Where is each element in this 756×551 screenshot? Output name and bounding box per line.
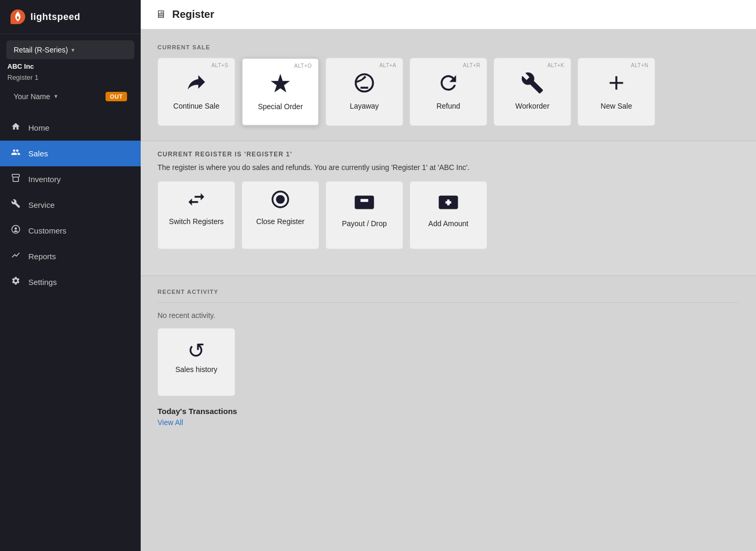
main-area: 🖥 Register CURRENT SALE ALT+S Continue S… [141,0,756,551]
user-chevron: ▼ [54,93,59,99]
reports-icon [10,250,21,262]
sidebar-item-customers[interactable]: Customers [0,218,141,243]
card-label-layaway: Layaway [350,102,379,110]
content-area: CURRENT SALE ALT+S Continue Sale ALT+O S… [141,29,756,551]
topbar: 🖥 Register [141,0,756,29]
reg-card-label-add-amount: Add Amount [428,219,468,228]
card-shortcut-special-order: ALT+O [294,63,312,69]
sidebar-item-label-reports: Reports [28,252,56,261]
recent-activity-divider [158,302,739,303]
sidebar-item-inventory[interactable]: Inventory [0,166,141,192]
user-name-text: Your Name [14,92,50,101]
register-card-payout-drop[interactable]: Payout / Drop [326,181,403,249]
card-label-continue-sale: Continue Sale [173,102,219,110]
reg-card-icon-add-amount [437,189,460,215]
store-name: ABC Inc [7,61,133,72]
card-workorder[interactable]: ALT+K Workorder [494,58,571,126]
register-name: Register 1 [7,72,133,83]
card-continue-sale[interactable]: ALT+S Continue Sale [158,58,235,126]
svg-rect-3 [355,196,374,209]
reg-card-icon-close-register [269,189,292,213]
sidebar-logo: lightspeed [0,0,141,34]
card-icon-layaway [353,71,376,98]
user-name-button[interactable]: Your Name ▼ [14,92,58,101]
svg-point-2 [276,195,285,204]
sidebar-item-label-service: Service [28,200,55,209]
sidebar: lightspeed Retail (R-Series) ▼ ABC Inc R… [0,0,141,551]
card-shortcut-workorder: ALT+K [547,62,564,68]
card-shortcut-continue-sale: ALT+S [211,62,228,68]
sidebar-nav: Home Sales Inventory Service Customers R… [0,115,141,551]
customers-icon [10,225,21,237]
card-special-order[interactable]: ALT+O Special Order [242,58,319,126]
card-icon-refund [437,71,460,98]
card-icon-special-order [269,72,292,98]
card-label-refund: Refund [436,102,460,110]
inventory-icon [10,173,21,185]
sales-history-card[interactable]: ↺ Sales history [158,328,235,396]
sidebar-item-label-home: Home [28,123,49,132]
user-row: Your Name ▼ OUT [6,88,134,105]
card-layaway[interactable]: ALT+A Layaway [326,58,403,126]
card-shortcut-layaway: ALT+A [379,62,396,68]
home-icon [10,122,21,134]
sidebar-item-settings[interactable]: Settings [0,269,141,295]
register-description: The register is where you do sales and r… [158,163,739,172]
register-card-switch-registers[interactable]: Switch Registers [158,181,235,249]
today-transactions-title: Today's Transactions [158,407,739,416]
current-sale-section: CURRENT SALE ALT+S Continue Sale ALT+O S… [158,44,739,126]
current-sale-cards: ALT+S Continue Sale ALT+O Special Order … [158,58,739,126]
register-card-close-register[interactable]: Close Register [242,181,319,249]
register-section-title: CURRENT REGISTER IS 'REGISTER 1' [158,151,739,158]
card-label-new-sale: New Sale [601,102,632,110]
card-label-workorder: Workorder [515,102,549,110]
service-icon [10,199,21,211]
sidebar-item-home[interactable]: Home [0,115,141,141]
logo-icon [10,9,25,24]
settings-icon [10,276,21,288]
register-icon: 🖥 [155,8,166,20]
svg-point-1 [15,227,17,230]
register-section: CURRENT REGISTER IS 'REGISTER 1' The reg… [141,141,756,276]
no-activity-text: No recent activity. [158,311,739,320]
sidebar-item-label-customers: Customers [28,226,67,235]
reg-card-icon-payout-drop [353,189,376,215]
recent-activity-label: RECENT ACTIVITY [158,289,739,295]
user-status-badge: OUT [106,92,127,101]
sidebar-item-label-settings: Settings [28,278,57,287]
sidebar-item-reports[interactable]: Reports [0,243,141,269]
sidebar-item-sales[interactable]: Sales [0,141,141,166]
reg-card-label-payout-drop: Payout / Drop [342,219,387,228]
card-refund[interactable]: ALT+R Refund [410,58,487,126]
card-label-special-order: Special Order [258,102,303,111]
reg-card-icon-switch-registers [185,189,208,213]
recent-activity-section: RECENT ACTIVITY No recent activity. ↺ Sa… [158,289,739,396]
sales-icon [10,147,21,160]
page-title: Register [172,8,214,20]
card-icon-continue-sale [185,71,208,98]
view-all-link[interactable]: View All [158,418,183,427]
reg-card-label-close-register: Close Register [256,217,304,226]
current-sale-label: CURRENT SALE [158,44,739,50]
card-icon-new-sale [605,71,628,98]
sidebar-item-label-inventory: Inventory [28,175,61,184]
reg-card-label-switch-registers: Switch Registers [169,217,224,226]
card-shortcut-refund: ALT+R [463,62,480,68]
store-selector-chevron: ▼ [70,47,127,53]
store-selector[interactable]: Retail (R-Series) ▼ [6,40,134,59]
sales-history-icon: ↺ [187,340,205,361]
card-icon-workorder [521,71,544,98]
register-card-add-amount[interactable]: Add Amount [410,181,487,249]
store-selector-label: Retail (R-Series) [14,46,70,54]
register-cards: Switch Registers Close Register Payout /… [158,181,739,249]
sales-history-label: Sales history [175,365,217,374]
logo-text: lightspeed [30,12,80,23]
today-transactions-section: Today's Transactions View All [158,407,739,427]
sidebar-item-label-sales: Sales [28,149,48,158]
card-shortcut-new-sale: ALT+N [631,62,648,68]
card-new-sale[interactable]: ALT+N New Sale [578,58,655,126]
sidebar-item-service[interactable]: Service [0,192,141,218]
